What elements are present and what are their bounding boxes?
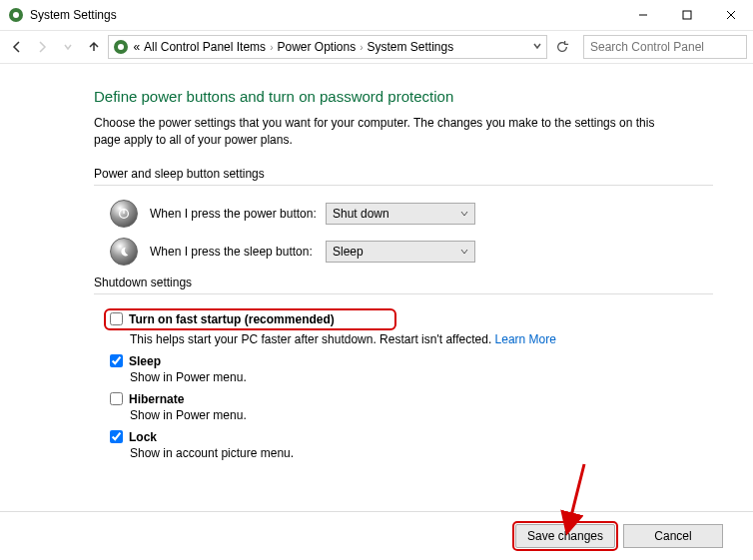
- hibernate-option: Hibernate Show in Power menu.: [94, 392, 713, 422]
- breadcrumb-item[interactable]: All Control Panel Items: [144, 40, 266, 54]
- lock-option: Lock Show in account picture menu.: [94, 430, 713, 460]
- chevron-right-icon: ›: [360, 42, 363, 53]
- page-description: Choose the power settings that you want …: [94, 115, 673, 149]
- lock-label: Lock: [129, 430, 157, 444]
- svg-point-7: [118, 44, 124, 50]
- chevron-down-icon[interactable]: [532, 40, 542, 54]
- page-heading: Define power buttons and turn on passwor…: [94, 88, 713, 105]
- fast-startup-option: Turn on fast startup (recommended) This …: [94, 308, 713, 346]
- sleep-button-row: When I press the sleep button: Sleep: [94, 238, 713, 266]
- power-button-row: When I press the power button: Shut down: [94, 200, 713, 228]
- sleep-button-label: When I press the sleep button:: [150, 245, 326, 259]
- sleep-label: Sleep: [129, 354, 161, 368]
- power-button-dropdown[interactable]: Shut down: [326, 203, 475, 225]
- fast-startup-checkbox[interactable]: [110, 312, 123, 325]
- fast-startup-label: Turn on fast startup (recommended): [129, 312, 335, 326]
- sleep-icon: [110, 238, 138, 266]
- section-title-power-sleep: Power and sleep button settings: [94, 167, 713, 181]
- maximize-button[interactable]: [665, 0, 709, 29]
- save-button[interactable]: Save changes: [515, 524, 615, 548]
- chevron-right-icon: ›: [270, 42, 273, 53]
- window-title: System Settings: [30, 8, 117, 22]
- sleep-checkbox[interactable]: [110, 354, 123, 367]
- dropdown-value: Sleep: [333, 245, 364, 259]
- window-controls: [621, 0, 753, 29]
- content-area: Define power buttons and turn on passwor…: [0, 64, 753, 460]
- fast-startup-desc: This helps start your PC faster after sh…: [104, 332, 713, 346]
- breadcrumb-item[interactable]: Power Options: [277, 40, 356, 54]
- svg-line-10: [569, 464, 584, 524]
- breadcrumb-item[interactable]: System Settings: [368, 40, 454, 54]
- svg-point-1: [13, 12, 19, 18]
- chevron-down-icon: [460, 245, 468, 259]
- chevron-down-icon: [460, 207, 468, 221]
- sleep-button-dropdown[interactable]: Sleep: [326, 241, 475, 263]
- sleep-option: Sleep Show in Power menu.: [94, 354, 713, 384]
- divider: [94, 185, 713, 186]
- up-button[interactable]: [83, 35, 105, 59]
- cancel-button[interactable]: Cancel: [623, 524, 723, 548]
- divider: [0, 511, 753, 512]
- highlight-annotation: Turn on fast startup (recommended): [104, 308, 396, 330]
- address-bar[interactable]: « All Control Panel Items › Power Option…: [108, 35, 547, 59]
- nav-bar: « All Control Panel Items › Power Option…: [0, 30, 753, 64]
- dropdown-value: Shut down: [333, 207, 389, 221]
- sleep-desc: Show in Power menu.: [110, 370, 713, 384]
- search-input[interactable]: [583, 35, 747, 59]
- refresh-button[interactable]: [551, 35, 573, 59]
- forward-button[interactable]: [32, 35, 54, 59]
- minimize-button[interactable]: [621, 0, 665, 29]
- lock-checkbox[interactable]: [110, 430, 123, 443]
- recent-button[interactable]: [57, 35, 79, 59]
- back-button[interactable]: [6, 35, 28, 59]
- close-button[interactable]: [709, 0, 753, 29]
- footer-buttons: Save changes Cancel: [515, 524, 723, 548]
- hibernate-label: Hibernate: [129, 392, 184, 406]
- app-icon: [8, 7, 24, 23]
- hibernate-checkbox[interactable]: [110, 392, 123, 405]
- power-button-label: When I press the power button:: [150, 207, 326, 221]
- breadcrumb-sep-icon: «: [133, 40, 140, 54]
- hibernate-desc: Show in Power menu.: [110, 408, 713, 422]
- lock-desc: Show in account picture menu.: [110, 446, 713, 460]
- control-panel-icon: [113, 39, 129, 55]
- learn-more-link[interactable]: Learn More: [495, 332, 556, 346]
- svg-rect-3: [683, 11, 691, 19]
- divider: [94, 293, 713, 294]
- section-title-shutdown: Shutdown settings: [94, 276, 713, 289]
- power-icon: [110, 200, 138, 228]
